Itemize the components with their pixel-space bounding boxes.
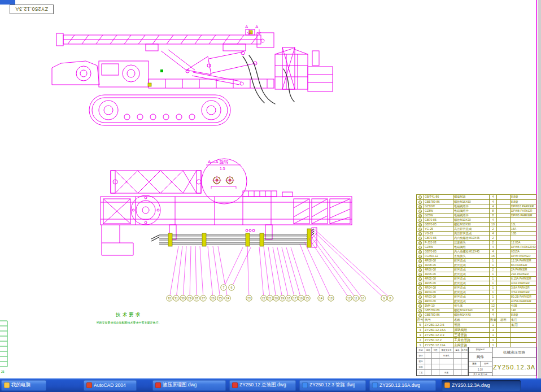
bom-cell — [497, 295, 511, 299]
item-balloon: 25 — [418, 228, 422, 231]
balloon-number: 20 — [274, 297, 278, 300]
bom-cell: DPW5 PARKER404 — [511, 245, 536, 249]
taskbar-button-icon — [302, 382, 308, 388]
bom-cell: 胶管总成 — [453, 268, 490, 272]
item-balloon: 8 — [418, 304, 422, 308]
taskbar-button[interactable]: ZY250.12.16A.dwg — [369, 380, 436, 391]
bom-row: 20GB70-85内六角螺栓M12X4546013A — [417, 249, 536, 254]
taskbar-button[interactable]: AutoCAD 2004 — [84, 380, 137, 391]
bom-cell: 13 — [417, 281, 424, 285]
title-block-signature-grid: 标记处数分区更改文件号签名年月日设计标准化校对审核工艺批准 — [417, 347, 469, 376]
bom-row: 4ZY250.12.16A操纵阀组3 — [417, 327, 536, 332]
balloon-number: 6 — [231, 286, 233, 289]
bom-cell: 8A PARKER — [511, 263, 536, 267]
bom-cell: 1 — [490, 281, 497, 285]
bom-cell: YG-19 — [424, 232, 453, 236]
bom-cell: DPW10 PARKER — [511, 204, 536, 208]
leader-line — [315, 230, 390, 298]
titleblock-cell: 设计 — [417, 353, 425, 359]
balloon-number: 22 — [262, 297, 265, 300]
balloon-number: 28 — [195, 297, 198, 300]
balloon-number: 16 — [299, 297, 303, 300]
bom-cell: 16B — [511, 232, 536, 236]
bom-cell: 电磁阀组件 — [453, 209, 490, 213]
bom-cell: 高压软管总成 — [453, 232, 490, 236]
bom-cell — [511, 333, 536, 337]
taskbar-button[interactable]: ZY250.12.3A.dwg — [442, 380, 521, 391]
taskbar-button-icon — [372, 382, 378, 388]
taskbar-button[interactable]: ZY250.12 总装图.dwg — [229, 380, 296, 391]
bom-row: 25YG-25高压软管总成216A — [417, 227, 536, 231]
taskbar-button-label: 液压原理图.dwg — [163, 382, 197, 389]
bom-row: 27GB70-85螺栓M10X304 — [417, 217, 536, 222]
title-block: 标记处数分区更改文件号签名年月日设计标准化校对审核工艺批准 阶段标记 阀件 重量… — [416, 347, 536, 376]
balloon-number: 11 — [354, 297, 357, 300]
bom-cell — [497, 204, 511, 208]
titleblock-cell — [425, 364, 432, 370]
taskbar-button-label: 我的电脑 — [11, 382, 30, 389]
bom-cell: 1 — [490, 338, 497, 342]
item-balloon: 16 — [418, 268, 422, 272]
bom-cell: 10 — [490, 223, 497, 227]
leader-line — [309, 238, 349, 298]
upper-accents — [148, 31, 252, 86]
bom-cell: 胶管总成 — [453, 263, 490, 267]
balloon-number: 14 — [319, 297, 322, 300]
bom-cell: 12 — [417, 286, 424, 290]
yellow-fitting — [148, 83, 151, 86]
titleblock-cell: 工艺 — [417, 370, 425, 376]
bom-cell: 28 — [417, 214, 424, 217]
bom-cell: 16 — [417, 268, 424, 272]
taskbar-button-icon — [155, 382, 161, 388]
bom-row: 24YG-19高压软管总成416B — [417, 231, 536, 236]
leader-line — [311, 236, 356, 298]
item-balloon: 27 — [418, 219, 422, 222]
bom-cell — [511, 328, 536, 332]
scrollbar-strip[interactable] — [538, 0, 541, 378]
bom-cell: 螺母M16 — [453, 195, 490, 199]
bom-cell: 螺栓M14X140 — [453, 308, 490, 312]
taskbar-button[interactable]: 我的电脑 — [1, 380, 46, 391]
bom-cell: DPW PARKER — [511, 254, 536, 258]
bom-cell: GZ8W — [424, 209, 453, 213]
bom-cell: 4 — [490, 218, 497, 222]
bom-cell — [497, 245, 511, 249]
bom-cell: GB70-85 — [424, 250, 453, 254]
leader-line — [208, 246, 213, 298]
part-label: 阀件 — [469, 353, 492, 361]
bom-cell: DPW8 PARKER — [511, 209, 536, 213]
product-name: 机械液压管路 — [492, 347, 536, 358]
bom-row: 134R05-06胶管总成14.0A PARKER — [417, 281, 536, 285]
balloon-number: 13 — [329, 297, 333, 300]
bom-cell: 4 — [490, 200, 497, 204]
bom-cell: 6 — [417, 313, 424, 317]
item-balloon: 14 — [418, 277, 422, 281]
bom-cell: 2 — [490, 236, 497, 240]
bom-cell: 8 — [417, 304, 424, 308]
bom-cell: 22 — [417, 241, 424, 245]
leader-line — [282, 247, 295, 298]
bom-row: 28GZ6W电磁阀组件8DPW6 PARKER — [417, 213, 536, 217]
titleblock-cell: 批准 — [439, 370, 454, 376]
bom-cell: 4R05-06 — [424, 281, 453, 285]
bom-cell: 20 — [417, 250, 424, 254]
taskbar-button[interactable]: 液压原理图.dwg — [152, 380, 226, 391]
bom-cell — [497, 299, 511, 303]
bom-row: 5ZY250.12.3.5管路1备用 — [417, 322, 536, 327]
bom-cell — [497, 227, 511, 231]
balloon-number: 25 — [219, 297, 222, 300]
titleblock-cell — [454, 364, 461, 370]
titleblock-cell — [454, 370, 461, 376]
item-balloon: 31 — [418, 201, 422, 204]
bom-cell — [497, 277, 511, 281]
bom-row: 114R04-06胶管总成13.5A PARKER — [417, 290, 536, 294]
bom-row: 22F-J02-03过渡接头212.05A — [417, 240, 536, 245]
bom-cell: 4 — [490, 245, 497, 249]
bom-row: 104R03-08胶管总成180.2B PARKER — [417, 294, 536, 299]
bom-cell: FG45A-12 — [424, 254, 453, 258]
taskbar-button[interactable]: ZY250.12.3 管路.dwg — [299, 380, 366, 391]
bom-cell: 4R06-08 — [424, 268, 453, 272]
section-marker-a2: A — [255, 24, 259, 29]
detail-view: A—A 旋转 1:5 — [202, 159, 247, 204]
bom-cell: 名称 — [453, 317, 490, 322]
